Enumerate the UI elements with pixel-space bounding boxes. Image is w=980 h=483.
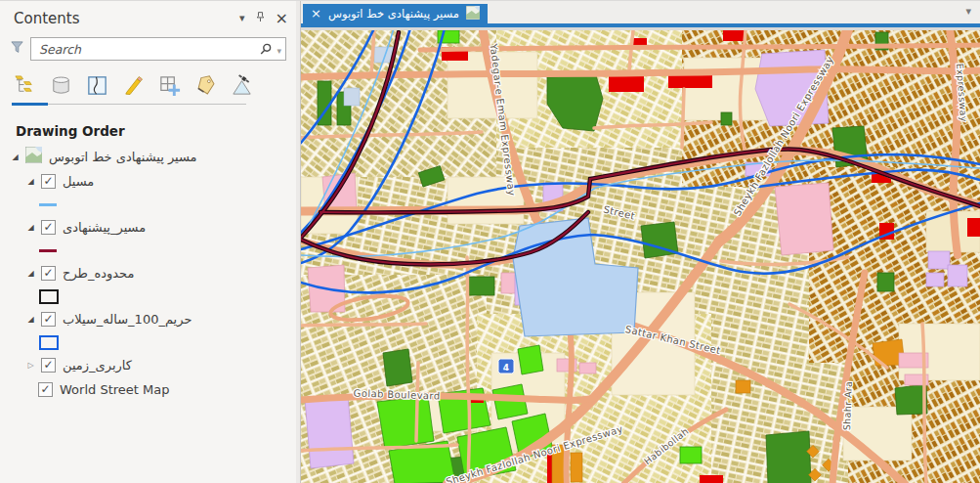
layer-symbol[interactable] [6, 194, 296, 215]
layer-label: حریم_100_ساله_سیلاب [61, 312, 193, 327]
view-tab-bar: × مسیر پیشنهادی خط اتوبوس ▾ [301, 1, 980, 23]
layer-label: مسیل [61, 174, 96, 189]
contents-pane: Contents ▾ × ▾ [0, 1, 296, 483]
layer-item-5[interactable]: ✓World Street Map [6, 377, 296, 402]
search-options-caret-icon[interactable]: ▾ [277, 46, 281, 56]
layer-visibility-checkbox[interactable]: ✓ [41, 174, 56, 189]
expander-icon[interactable]: ▷ [25, 361, 36, 370]
layer-symbol[interactable] [6, 240, 296, 261]
list-by-perspective-icon[interactable] [229, 72, 254, 98]
map-item[interactable]: ◢ مسیر پیشنهادی خط اتوبوس [6, 145, 296, 169]
layer-visibility-checkbox[interactable]: ✓ [41, 266, 56, 281]
tab-list-caret-icon[interactable]: ▾ [965, 5, 971, 18]
pane-menu-caret-icon[interactable]: ▾ [239, 12, 245, 24]
close-pane-icon[interactable]: × [276, 13, 288, 24]
layer-item-3[interactable]: ◢✓حریم_100_ساله_سیلاب [6, 307, 296, 331]
layer-visibility-checkbox[interactable]: ✓ [41, 358, 56, 373]
expander-icon[interactable]: ◢ [25, 269, 36, 278]
tab-map-icon [466, 5, 480, 23]
layer-item-1[interactable]: ◢✓مسیر_پیشنهادی [6, 215, 296, 240]
tab-close-icon[interactable]: × [311, 9, 321, 19]
map-canvas[interactable]: 4 Yadegar-e Emam Expressway Sheykh Fazlo… [301, 30, 980, 483]
layer-item-4[interactable]: ▷✓کاربری_زمین [6, 353, 296, 377]
map-item-label: مسیر پیشنهادی خط اتوبوس [47, 150, 199, 164]
list-by-selection-icon[interactable] [84, 72, 109, 98]
pin-icon[interactable] [254, 9, 267, 27]
list-by-data-source-icon[interactable] [48, 72, 73, 98]
layer-symbol[interactable] [6, 285, 296, 307]
layer-visibility-checkbox[interactable]: ✓ [41, 220, 56, 235]
layer-item-0[interactable]: ◢✓مسیل [6, 169, 296, 194]
layer-item-2[interactable]: ◢✓محدوده_طرح [6, 261, 296, 285]
layer-label: کاربری_زمین [61, 358, 134, 373]
street-label-shahr-ara: Shahr Ara [841, 380, 854, 430]
map-view-region: × مسیر پیشنهادی خط اتوبوس ▾ [301, 1, 980, 483]
search-icon[interactable] [259, 41, 273, 60]
list-by-drawing-order-icon[interactable] [12, 72, 37, 98]
highway-shield: 4 [498, 359, 514, 373]
contents-pane-header: Contents ▾ × [0, 1, 296, 31]
layer-visibility-checkbox[interactable]: ✓ [38, 382, 53, 397]
expander-icon[interactable]: ◢ [25, 223, 36, 232]
drawing-order-heading: Drawing Order [16, 123, 296, 139]
svg-text:4: 4 [503, 363, 509, 373]
tab-title: مسیر پیشنهادی خط اتوبوس [328, 7, 459, 21]
layer-label: World Street Map [58, 382, 171, 397]
toolbar-tab-underline [12, 104, 246, 108]
contents-toolbar [12, 72, 296, 98]
map-tab[interactable]: × مسیر پیشنهادی خط اتوبوس [303, 4, 488, 23]
layer-label: مسیر_پیشنهادی [61, 220, 148, 235]
search-input[interactable] [30, 37, 286, 61]
filter-icon[interactable] [10, 40, 24, 59]
map-thumbnail-icon [25, 147, 42, 167]
list-by-labeling-icon[interactable] [192, 72, 218, 98]
layer-visibility-checkbox[interactable]: ✓ [41, 312, 56, 327]
expander-icon[interactable]: ◢ [10, 153, 21, 161]
expander-icon[interactable]: ◢ [25, 177, 36, 186]
arcgis-pro-window: Contents ▾ × ▾ [0, 0, 980, 483]
layer-label: محدوده_طرح [61, 266, 136, 281]
list-by-snapping-icon[interactable] [156, 72, 182, 98]
list-by-editing-icon[interactable] [120, 72, 146, 98]
expander-icon[interactable]: ◢ [25, 315, 36, 324]
layer-symbol[interactable] [6, 331, 296, 353]
layer-tree: ◢ مسیر پیشنهادی خط اتوبوس ◢✓مسیل◢✓مسیر_پ… [6, 145, 296, 402]
pane-title: Contents [14, 10, 239, 27]
